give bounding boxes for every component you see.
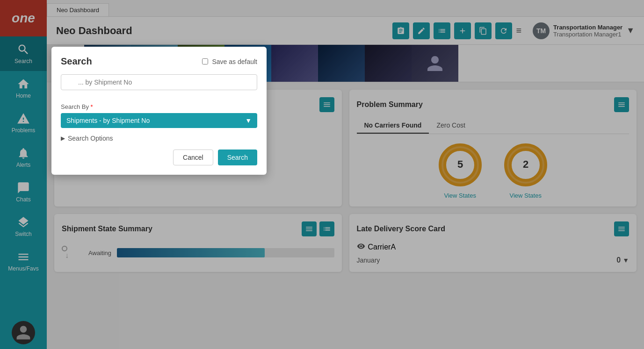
cancel-button[interactable]: Cancel [173,150,213,165]
modal-title: Search [61,56,92,67]
search-modal: Search Save as default Search By * Shipm… [51,47,267,175]
modal-save-default-row: Save as default [202,58,257,65]
save-as-default-checkbox[interactable] [202,58,208,64]
chevron-right-icon: ▶ [61,135,65,142]
search-button[interactable]: Search [218,150,257,165]
search-input[interactable] [61,74,257,90]
select-arrow-icon: ▼ [245,117,252,124]
modal-header: Search Save as default [61,56,257,67]
search-by-select[interactable]: Shipments - by Shipment No ▼ [61,113,257,128]
search-by-value: Shipments - by Shipment No [66,117,150,124]
search-by-label: Search By * [61,103,257,110]
search-options-toggle[interactable]: ▶ Search Options [61,135,257,142]
search-options-label: Search Options [68,135,113,142]
modal-footer: Cancel Search [61,150,257,165]
modal-search-wrapper [61,74,257,97]
save-as-default-label: Save as default [212,58,257,65]
